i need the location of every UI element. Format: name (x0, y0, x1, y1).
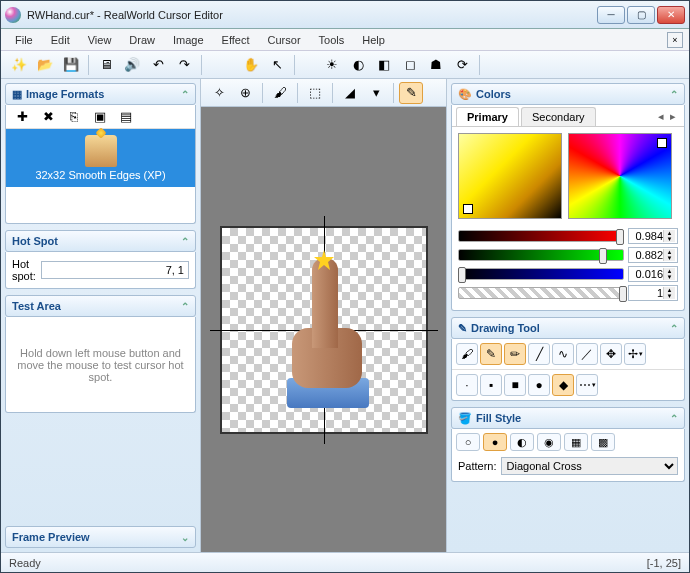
menu-help[interactable]: Help (354, 32, 393, 48)
expand-icon[interactable]: ⌄ (181, 532, 189, 543)
fill-lgrad[interactable]: ◐ (510, 433, 534, 451)
fill-none[interactable]: ○ (456, 433, 480, 451)
tab-prev-icon[interactable]: ◂ (658, 110, 664, 123)
save-icon[interactable]: 💾 (59, 54, 83, 76)
collapse-icon[interactable]: ⌃ (181, 236, 189, 247)
format-list-empty[interactable] (6, 187, 195, 223)
pointer-icon[interactable]: ↖ (265, 54, 289, 76)
collapse-icon[interactable]: ⌃ (670, 89, 678, 100)
colors-header[interactable]: 🎨 Colors ⌃ (451, 83, 685, 105)
collapse-icon[interactable]: ⌃ (181, 89, 189, 100)
eraser-icon[interactable]: ◢ (338, 82, 362, 104)
size-dot[interactable]: · (456, 374, 478, 396)
fmt-dup-icon[interactable]: ⎘ (62, 106, 86, 128)
fmt-copy-icon[interactable]: ▣ (88, 106, 112, 128)
editor-canvas[interactable] (220, 226, 428, 434)
tool-brush[interactable]: 🖌 (456, 343, 478, 365)
size-more[interactable]: ⋯ (576, 374, 598, 396)
hue-cursor[interactable] (657, 138, 667, 148)
color-gradient-picker[interactable] (458, 133, 562, 219)
menu-edit[interactable]: Edit (43, 32, 78, 48)
undo-icon[interactable]: ↶ (146, 54, 170, 76)
target-icon[interactable]: ⊕ (233, 82, 257, 104)
sound-icon[interactable]: 🔊 (120, 54, 144, 76)
slider-green[interactable] (458, 249, 624, 261)
fill-solid[interactable]: ● (483, 433, 507, 451)
tab-primary[interactable]: Primary (456, 107, 519, 126)
collapse-icon[interactable]: ⌃ (181, 301, 189, 312)
slider-red[interactable] (458, 230, 624, 242)
close-button[interactable]: ✕ (657, 6, 685, 24)
tool-pencil[interactable]: ✎ (480, 343, 502, 365)
hand-icon[interactable]: ✋ (239, 54, 263, 76)
fill-texture[interactable]: ▩ (591, 433, 615, 451)
blend-icon[interactable]: ◧ (372, 54, 396, 76)
menu-image[interactable]: Image (165, 32, 212, 48)
brightness-icon[interactable]: ☀ (320, 54, 344, 76)
fmt-del-icon[interactable]: ✖ (36, 106, 60, 128)
redo-icon[interactable]: ↷ (172, 54, 196, 76)
menu-close-x[interactable]: × (667, 32, 683, 48)
testarea-header[interactable]: Test Area ⌃ (5, 295, 196, 317)
size-round[interactable]: ● (528, 374, 550, 396)
drawtool-header[interactable]: ✎ Drawing Tool ⌃ (451, 317, 685, 339)
size-diamond[interactable]: ◆ (552, 374, 574, 396)
fill-rgrad[interactable]: ◉ (537, 433, 561, 451)
menu-cursor[interactable]: Cursor (260, 32, 309, 48)
wand-icon[interactable]: ✧ (207, 82, 231, 104)
collapse-icon[interactable]: ⌃ (670, 413, 678, 424)
tool-curve[interactable]: ∿ (552, 343, 574, 365)
value-blue[interactable]: 0.016▲▼ (628, 266, 678, 282)
tool-line[interactable]: ╱ (528, 343, 550, 365)
value-green[interactable]: 0.882▲▼ (628, 247, 678, 263)
contrast-icon[interactable]: ◐ (346, 54, 370, 76)
value-red[interactable]: 0.984▲▼ (628, 228, 678, 244)
format-item-selected[interactable]: 32x32 Smooth Edges (XP) (6, 129, 195, 187)
hotspot-input[interactable] (41, 261, 189, 279)
spin-down[interactable]: ▼ (663, 255, 675, 261)
fmt-paste-icon[interactable]: ▤ (114, 106, 138, 128)
hotspot-header[interactable]: Hot Spot ⌃ (5, 230, 196, 252)
size-small[interactable]: ▪ (480, 374, 502, 396)
collapse-icon[interactable]: ⌃ (670, 323, 678, 334)
tool-pen[interactable]: ✏ (504, 343, 526, 365)
gradient-cursor[interactable] (463, 204, 473, 214)
tool-move-drop[interactable]: ✢ (624, 343, 646, 365)
menu-view[interactable]: View (80, 32, 120, 48)
menu-draw[interactable]: Draw (121, 32, 163, 48)
menu-file[interactable]: File (7, 32, 41, 48)
shadow-icon[interactable]: ☗ (424, 54, 448, 76)
spin-down[interactable]: ▼ (663, 274, 675, 280)
tool-move[interactable]: ✥ (600, 343, 622, 365)
tool-line2[interactable]: ／ (576, 343, 598, 365)
fmt-add-icon[interactable]: ✚ (10, 106, 34, 128)
value-alpha[interactable]: 1▲▼ (628, 285, 678, 301)
grayscale-icon[interactable]: ◻ (398, 54, 422, 76)
pencil-icon[interactable]: ✎ (399, 82, 423, 104)
slider-blue[interactable] (458, 268, 624, 280)
eraser-drop-icon[interactable]: ▾ (364, 82, 388, 104)
minimize-button[interactable]: ─ (597, 6, 625, 24)
color-hue-picker[interactable] (568, 133, 672, 219)
menu-effect[interactable]: Effect (214, 32, 258, 48)
slider-alpha[interactable] (458, 287, 624, 299)
brush-icon[interactable]: 🖌 (268, 82, 292, 104)
select-icon[interactable]: ⬚ (303, 82, 327, 104)
pattern-select[interactable]: Diagonal Cross (501, 457, 678, 475)
fillstyle-header[interactable]: 🪣 Fill Style ⌃ (451, 407, 685, 429)
open-icon[interactable]: 📂 (33, 54, 57, 76)
framepreview-header[interactable]: Frame Preview ⌄ (5, 526, 196, 548)
menu-tools[interactable]: Tools (311, 32, 353, 48)
tab-secondary[interactable]: Secondary (521, 107, 596, 126)
tab-next-icon[interactable]: ▸ (670, 110, 676, 123)
spin-down[interactable]: ▼ (663, 236, 675, 242)
image-formats-header[interactable]: ▦ Image Formats ⌃ (5, 83, 196, 105)
fill-pattern[interactable]: ▦ (564, 433, 588, 451)
rotate-icon[interactable]: ⟳ (450, 54, 474, 76)
test-icon[interactable]: 🖥 (94, 54, 118, 76)
maximize-button[interactable]: ▢ (627, 6, 655, 24)
size-med[interactable]: ■ (504, 374, 526, 396)
spin-down[interactable]: ▼ (663, 293, 675, 299)
test-area[interactable]: Hold down left mouse button and move the… (5, 317, 196, 413)
new-icon[interactable]: ✨ (7, 54, 31, 76)
